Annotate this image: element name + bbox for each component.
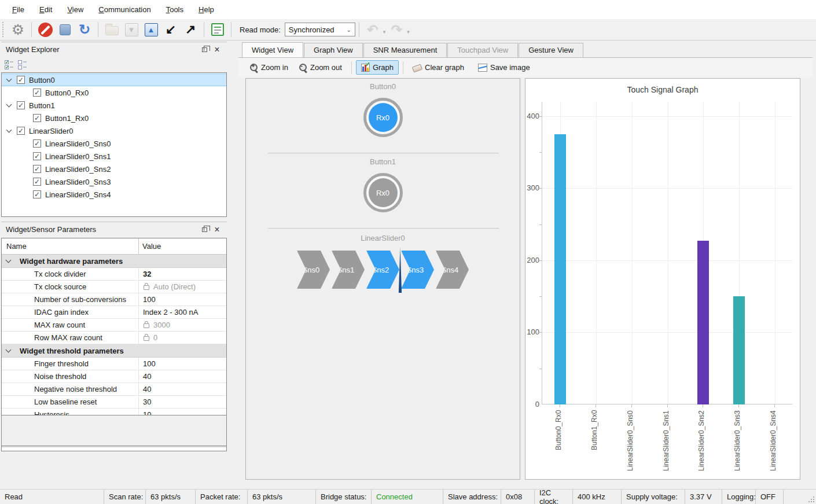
param-value-noise-threshold[interactable]: 40 [139, 370, 226, 382]
param-value-idac-gain-index[interactable]: Index 2 - 300 nA [139, 306, 226, 318]
param-value-negative-noise-threshold[interactable]: 40 [139, 383, 226, 395]
menu-communication[interactable]: Communication [91, 1, 158, 18]
display-log-button[interactable] [208, 21, 227, 38]
tree-item-label: LinearSlider0 [29, 127, 73, 135]
menu-view[interactable]: View [60, 1, 91, 18]
parameters-titlebar: Widget/Sensor Parameters × [1, 222, 227, 237]
bar-linearslider0-sns2 [697, 241, 709, 404]
zoom-in-button[interactable]: + Zoom in [244, 60, 293, 75]
expand-chevron-icon[interactable] [6, 102, 12, 108]
chart-title: Touch Signal Graph [525, 85, 800, 94]
export-button[interactable]: ↗ [181, 21, 200, 38]
tree-item-linearslider0-sns4[interactable]: ✓LinearSlider0_Sns4 [2, 188, 226, 201]
save-image-button[interactable]: Save image [473, 60, 535, 75]
collapse-chevron-icon[interactable] [6, 347, 12, 353]
x-tick-label-linearslider0-sns2: LinearSlider0_Sns2 [697, 410, 708, 487]
checkbox[interactable]: ✓ [33, 152, 41, 160]
tree-item-button0[interactable]: ✓Button0 [2, 73, 226, 86]
tree-item-linearslider0[interactable]: ✓LinearSlider0 [2, 124, 226, 137]
float-panel-button[interactable] [198, 225, 211, 235]
menu-edit[interactable]: Edit [32, 1, 60, 18]
toolbar-separator [31, 22, 32, 37]
import-button[interactable]: ↙ [161, 21, 180, 38]
param-name: IDAC gain index [2, 306, 139, 318]
section-divider [268, 228, 499, 229]
param-group-widget-hardware-parameters[interactable]: Widget hardware parameters [2, 255, 226, 268]
tab-graph-view[interactable]: Graph View [304, 43, 363, 57]
clear-graph-label: Clear graph [425, 63, 464, 72]
tree-item-linearslider0-sns2[interactable]: ✓LinearSlider0_Sns2 [2, 163, 226, 175]
close-panel-button[interactable]: × [211, 45, 223, 55]
float-panel-button[interactable] [198, 45, 211, 55]
tree-item-button0-rx0[interactable]: ✓Button0_Rx0 [2, 86, 226, 99]
uncheck-all-button[interactable] [18, 60, 27, 69]
menu-bar: FileEditViewCommunicationToolsHelp [0, 0, 816, 19]
param-name: Negative noise threshold [2, 383, 139, 395]
chart-plot-area[interactable] [542, 102, 792, 404]
tab-snr-measurement[interactable]: SNR Measurement [363, 43, 447, 57]
param-value-low-baseline-reset[interactable]: 30 [139, 396, 226, 408]
status-slave-address: Slave address: [443, 490, 501, 504]
toolbar-drag-handle[interactable] [2, 22, 5, 37]
graph-label: Graph [373, 63, 394, 72]
param-row-tx-clock-divider: Tx clock divider32 [2, 268, 226, 281]
read-mode-select[interactable]: Synchronized ⌄ [285, 23, 355, 36]
y-tick-label-0: 0 [525, 400, 539, 409]
status-bridge-status: Bridge status: [316, 490, 372, 504]
tree-item-button1[interactable]: ✓Button1 [2, 99, 226, 112]
status-63-pkts-s-value: 63 pkts/s [146, 490, 196, 504]
y-tick-label-400: 400 [525, 112, 539, 120]
checkbox[interactable]: ✓ [17, 76, 25, 84]
tree-item-linearslider0-sns0[interactable]: ✓LinearSlider0_Sns0 [2, 137, 226, 150]
checkbox[interactable]: ✓ [33, 190, 41, 198]
menu-file[interactable]: File [5, 1, 32, 18]
checkbox[interactable]: ✓ [33, 114, 41, 122]
x-tick-label-linearslider0-sns0: LinearSlider0_Sns0 [626, 410, 637, 487]
disconnect-icon [38, 23, 53, 37]
x-tick-label-button0-rx0: Button0_Rx0 [554, 410, 565, 487]
expand-chevron-icon[interactable] [6, 76, 12, 82]
line-icon [23, 67, 27, 68]
checkbox[interactable]: ✓ [33, 139, 41, 148]
param-value-tx-clock-divider[interactable]: 32 [139, 268, 226, 280]
y-tick-mark [538, 116, 542, 117]
tree-item-button1-rx0[interactable]: ✓Button1_Rx0 [2, 112, 226, 124]
graph-toggle-button[interactable]: Graph [356, 60, 399, 75]
param-value-max-raw-count: 3000 [139, 319, 226, 331]
tab-widget-view[interactable]: Widget View [242, 42, 303, 57]
status-off-value: OFF [756, 490, 784, 504]
checkbox[interactable]: ✓ [17, 101, 25, 109]
apply-to-device-button[interactable]: ▲ [142, 21, 160, 38]
resize-grip[interactable] [808, 490, 816, 504]
menu-tools[interactable]: Tools [159, 1, 191, 18]
parameters-title: Widget/Sensor Parameters [6, 225, 198, 234]
param-value-number-of-sub-conversions[interactable]: 100 [139, 293, 226, 306]
checkbox[interactable]: ✓ [17, 127, 25, 135]
clear-graph-button[interactable]: Clear graph [407, 60, 469, 75]
tree-item-linearslider0-sns1[interactable]: ✓LinearSlider0_Sns1 [2, 150, 226, 163]
tuner-settings-button[interactable]: ⚙ [9, 21, 27, 38]
collapse-chevron-icon[interactable] [6, 257, 12, 263]
zoom-out-button[interactable]: - Zoom out [293, 60, 347, 75]
status-read: Read [0, 490, 104, 504]
x-tick-mark [703, 404, 703, 407]
checkbox[interactable]: ✓ [33, 165, 41, 173]
param-row-max-raw-count: MAX raw count3000 [2, 319, 226, 332]
toolbar-separator [403, 61, 403, 74]
stop-button[interactable] [56, 21, 74, 38]
check-all-button[interactable]: ✓ ✓ [5, 60, 13, 69]
restart-button[interactable]: ↻ [75, 21, 94, 38]
undo-button: ↶ [363, 21, 382, 38]
disconnect-button[interactable] [36, 21, 54, 38]
menu-help[interactable]: Help [191, 1, 222, 18]
checkbox[interactable]: ✓ [33, 89, 41, 97]
checkbox[interactable]: ✓ [33, 178, 41, 186]
expand-chevron-icon[interactable] [6, 127, 12, 133]
close-panel-button[interactable]: × [211, 225, 223, 235]
param-group-widget-threshold-parameters[interactable]: Widget threshold parameters [2, 344, 226, 358]
tree-item-linearslider0-sns3[interactable]: ✓LinearSlider0_Sns3 [2, 175, 226, 188]
tab-gesture-view[interactable]: Gesture View [519, 43, 583, 57]
param-value-row-max-raw-count: 0 [139, 332, 226, 344]
param-value-finger-threshold[interactable]: 100 [139, 358, 226, 370]
toolbar-separator [204, 22, 204, 37]
